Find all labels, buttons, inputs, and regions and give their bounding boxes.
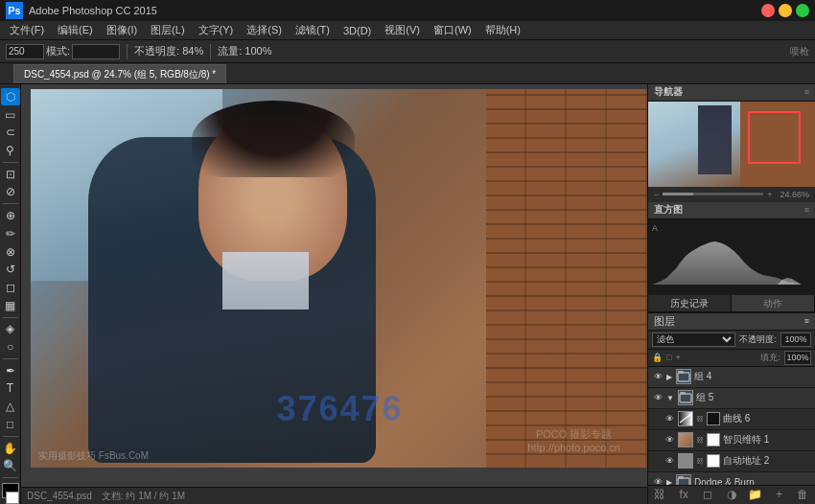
clone-tool[interactable]: ⊗ <box>1 243 20 261</box>
tool-separator-6 <box>3 477 18 478</box>
layers-options-icon[interactable]: ≡ <box>804 316 809 326</box>
brush-size-input[interactable] <box>6 44 44 59</box>
menu-item[interactable]: 窗口(W) <box>428 22 477 38</box>
nav-thumbnail[interactable] <box>648 102 815 187</box>
layer-item[interactable]: 👁 ⛓ 智贝维特 1 <box>648 430 815 451</box>
menu-item[interactable]: 3D(D) <box>338 24 377 37</box>
brush-tool[interactable]: ✏ <box>1 225 20 242</box>
hand-tool[interactable]: ✋ <box>1 440 20 457</box>
delete-layer-button[interactable]: 🗑 <box>795 487 810 502</box>
layer-item[interactable]: 👁 ▶ 组 4 <box>648 367 815 388</box>
tool-extra: 喷枪 <box>790 45 809 58</box>
crop-tool[interactable]: ⊡ <box>1 166 20 183</box>
svg-rect-5 <box>680 392 686 395</box>
layer-expand-icon[interactable]: ▼ <box>666 394 674 402</box>
maximize-icon[interactable] <box>796 4 809 17</box>
histogram-title: 直方图 <box>654 203 683 217</box>
layer-item[interactable]: 👁 ▶ Dodge & Burn <box>648 472 815 485</box>
shape-tool[interactable]: □ <box>1 416 20 433</box>
create-adjustment-button[interactable]: ◑ <box>724 487 739 502</box>
layer-item[interactable]: 👁 ⛓ 自动地址 2 <box>648 451 815 472</box>
text-tool[interactable]: T <box>1 380 20 398</box>
eyedropper-tool[interactable]: ⊘ <box>1 184 20 201</box>
layer-name: 组 4 <box>694 370 711 383</box>
navigator-panel-header[interactable]: 导航器 ≡ <box>648 84 815 102</box>
move-tool[interactable]: ⬡ <box>1 88 20 105</box>
navigator-options-icon[interactable]: ≡ <box>804 87 809 97</box>
pen-tool[interactable]: ✒ <box>1 362 20 379</box>
svg-rect-7 <box>678 476 684 479</box>
blend-mode-select[interactable]: 滤色 正常 正片叠底 叠加 柔光 <box>652 332 735 347</box>
link-layers-button[interactable]: ⛓ <box>652 487 667 502</box>
history-tab[interactable]: 历史记录 <box>648 295 732 311</box>
layer-eye-icon[interactable]: 👁 <box>664 455 675 467</box>
zoom-minus-icon[interactable]: − <box>654 190 659 199</box>
flow-option: 流量: 100% <box>218 44 271 58</box>
nav-viewport[interactable] <box>748 111 801 164</box>
gradient-tool[interactable]: ▦ <box>1 297 20 314</box>
close-icon[interactable] <box>761 4 775 17</box>
histogram-panel-header[interactable]: 直方图 ≡ <box>648 202 815 219</box>
layer-thumbnail <box>678 432 693 447</box>
app-title: Adobe Photoshop CC 2015 <box>29 5 157 16</box>
canvas-image[interactable]: 376476 POCO 摄影专题 http://photo.poco.cn 实用… <box>31 89 647 468</box>
lasso-tool[interactable]: ⊂ <box>1 124 20 141</box>
optionsbar: 模式: 不透明度: 84% 流量: 100% 喷枪 <box>0 40 815 63</box>
menu-item[interactable]: 图像(I) <box>101 22 143 38</box>
background-color[interactable] <box>6 492 19 504</box>
minimize-icon[interactable] <box>779 4 792 17</box>
layer-link-icon[interactable]: ⛓ <box>696 415 704 424</box>
blur-tool[interactable]: ◈ <box>1 320 20 337</box>
fill-row: 🔒 □ + 填充: <box>648 350 815 367</box>
magic-wand-tool[interactable]: ⚲ <box>1 142 20 159</box>
layer-item[interactable]: 👁 ⛓ 曲线 6 <box>648 409 815 430</box>
layer-eye-icon[interactable]: 👁 <box>652 371 664 382</box>
zoom-track[interactable] <box>663 193 763 195</box>
menu-item[interactable]: 文字(Y) <box>193 22 240 38</box>
add-layer-style-button[interactable]: fx <box>676 487 691 502</box>
zoom-plus-icon[interactable]: + <box>767 190 772 199</box>
photo-background: 376476 POCO 摄影专题 http://photo.poco.cn 实用… <box>31 89 647 468</box>
layer-link-icon[interactable]: ⛓ <box>696 436 704 445</box>
fill-label: 填充: <box>760 352 780 364</box>
actions-tab[interactable]: 动作 <box>732 295 815 311</box>
fill-input[interactable] <box>784 351 811 365</box>
create-group-button[interactable]: 📁 <box>748 487 763 502</box>
active-tab[interactable]: DSC_4554.psd @ 24.7% (组 5, RGB/8位/8) * <box>13 64 226 83</box>
menu-item[interactable]: 编辑(E) <box>52 22 99 38</box>
brush-mode-input[interactable] <box>72 44 120 59</box>
healing-tool[interactable]: ⊕ <box>1 207 20 224</box>
menu-item[interactable]: 图层(L) <box>145 22 190 38</box>
history-brush-tool[interactable]: ↺ <box>1 261 20 278</box>
eraser-tool[interactable]: ◻ <box>1 279 20 296</box>
layer-eye-icon[interactable]: 👁 <box>652 392 664 403</box>
menu-item[interactable]: 帮助(H) <box>479 22 526 38</box>
marquee-tool[interactable]: ▭ <box>1 106 20 124</box>
dodge-tool[interactable]: ○ <box>1 338 20 355</box>
add-mask-button[interactable]: ◻ <box>700 487 715 502</box>
new-layer-button[interactable]: + <box>772 487 787 502</box>
opacity-input[interactable] <box>780 332 811 347</box>
canvas-container[interactable]: 376476 POCO 摄影专题 http://photo.poco.cn 实用… <box>21 84 647 487</box>
layer-eye-icon[interactable]: 👁 <box>664 434 675 446</box>
fsbus-watermark: 实用摄影技巧 FsBus.CoM <box>38 449 149 463</box>
menu-item[interactable]: 视图(V) <box>379 22 426 38</box>
zoom-tool[interactable]: 🔍 <box>1 457 20 474</box>
path-tool[interactable]: △ <box>1 398 20 415</box>
layer-eye-icon[interactable]: 👁 <box>664 413 675 424</box>
layer-expand-icon[interactable]: ▶ <box>666 373 672 381</box>
menu-item[interactable]: 文件(F) <box>4 22 50 38</box>
layer-expand-icon[interactable]: ▶ <box>666 478 672 485</box>
histogram-content: A <box>648 219 815 295</box>
layer-item[interactable]: 👁 ▼ 组 5 <box>648 388 815 409</box>
layer-eye-icon[interactable]: 👁 <box>652 476 664 485</box>
canvas-area: 376476 POCO 摄影专题 http://photo.poco.cn 实用… <box>21 84 647 504</box>
svg-marker-1 <box>778 278 802 285</box>
menu-item[interactable]: 滤镜(T) <box>290 22 336 38</box>
histogram-options-icon[interactable]: ≡ <box>804 205 809 215</box>
flow-label: 流量: 100% <box>218 44 271 58</box>
file-info: 文档: 约 1M / 约 1M <box>102 490 185 503</box>
menu-item[interactable]: 选择(S) <box>241 22 288 38</box>
layer-link-icon[interactable]: ⛓ <box>696 457 704 466</box>
zoom-value: 24.66% <box>780 190 809 199</box>
